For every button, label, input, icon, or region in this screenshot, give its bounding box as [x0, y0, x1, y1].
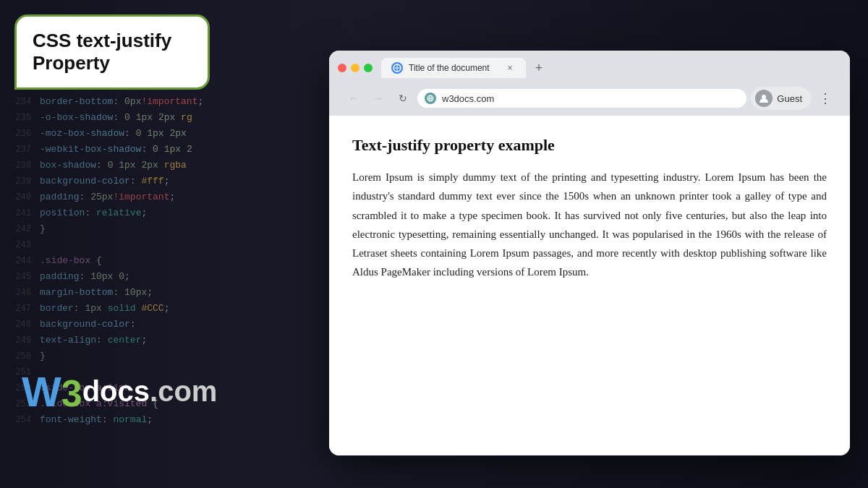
profile-button[interactable]: Guest: [751, 87, 811, 110]
profile-label: Guest: [777, 93, 802, 104]
browser-content: Text-justify property example Lorem Ipsu…: [329, 116, 850, 455]
logo-three: 3: [61, 372, 82, 414]
content-paragraph: Lorem Ipsum is simply dummy text of the …: [352, 168, 827, 282]
content-heading: Text-justify property example: [352, 136, 827, 155]
browser-window: Title of the document × + ← → ↻ w3docs.c…: [329, 51, 850, 455]
tab-favicon: [391, 62, 403, 74]
new-tab-button[interactable]: +: [529, 58, 549, 78]
traffic-light-green[interactable]: [364, 64, 373, 72]
browser-tab[interactable]: Title of the document ×: [381, 58, 526, 78]
logo-docs: docs.com: [82, 375, 218, 408]
back-button[interactable]: ←: [344, 88, 364, 108]
forward-button[interactable]: →: [368, 88, 388, 108]
address-bar[interactable]: w3docs.com: [417, 89, 746, 108]
browser-menu-button[interactable]: ⋮: [815, 88, 835, 108]
tab-title: Title of the document: [409, 63, 498, 73]
traffic-lights: [338, 64, 373, 72]
logo-w3: W3: [22, 367, 82, 416]
title-bubble: CSS text-justify Property: [14, 14, 210, 90]
tab-bar: Title of the document × +: [338, 58, 841, 78]
reload-button[interactable]: ↻: [393, 88, 413, 108]
profile-icon: [755, 90, 773, 107]
url-text: w3docs.com: [442, 93, 736, 104]
logo-area: W3 docs.com: [22, 367, 217, 416]
tab-close-button[interactable]: ×: [504, 62, 516, 74]
page-title: CSS text-justify Property: [33, 30, 192, 74]
address-bar-row: ← → ↻ w3docs.com Guest ⋮: [338, 82, 841, 116]
traffic-light-red[interactable]: [338, 64, 346, 72]
browser-chrome: Title of the document × + ← → ↻ w3docs.c…: [329, 51, 850, 116]
traffic-light-yellow[interactable]: [351, 64, 359, 72]
globe-icon: [425, 93, 436, 104]
logo-w-letter: W: [22, 368, 61, 415]
